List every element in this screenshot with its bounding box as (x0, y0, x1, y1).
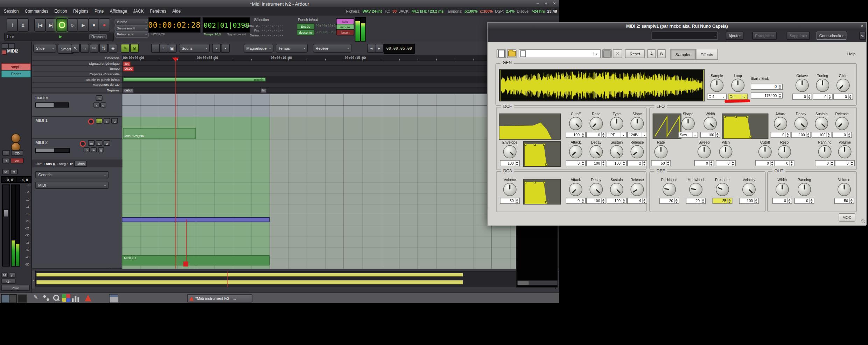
peak-display[interactable]: -4,8 (16, 176, 31, 183)
cutoff-knob[interactable] (569, 117, 582, 130)
volume-spinbox[interactable]: 0 (835, 160, 855, 166)
spin-down-icon[interactable] (622, 201, 626, 203)
range-button[interactable]: ↔ (80, 44, 89, 53)
modwheel-knob[interactable] (689, 183, 702, 196)
glide-knob[interactable] (836, 79, 850, 92)
spin-arrows[interactable] (515, 198, 519, 203)
midi-menu[interactable]: MIDI▾ (35, 182, 108, 189)
spin-down-icon[interactable] (643, 163, 646, 166)
ruler-row-label-signature-rythmique[interactable]: Signature rythmique (32, 61, 122, 66)
envelope-spinbox[interactable]: 100 (500, 160, 520, 166)
spin-arrows[interactable] (848, 94, 853, 99)
release-knob[interactable] (630, 183, 644, 196)
tab-sampler[interactable]: Sampler (670, 49, 695, 60)
release-knob[interactable] (835, 117, 849, 130)
nav-right-button[interactable]: ▸ (375, 44, 384, 53)
volume-knob[interactable] (838, 183, 851, 196)
channels-button[interactable]: Chns (74, 160, 87, 166)
track-name[interactable]: master (35, 95, 48, 100)
panning-spinbox[interactable]: 0 (815, 160, 835, 166)
spin-down-icon[interactable] (828, 97, 832, 99)
primary-clock-mode[interactable]: INT/JACK (150, 33, 165, 36)
pitch-knob[interactable] (719, 145, 733, 158)
window-icon[interactable] (109, 294, 119, 303)
sustain-spinbox[interactable]: 100 (812, 132, 832, 138)
ardour-titlebar[interactable]: *Midi instrument lv2 - Ardour – + × (0, 0, 559, 7)
spin-down-icon[interactable] (675, 201, 679, 203)
spin-up-icon[interactable] (806, 132, 810, 135)
sweep-spinbox[interactable]: 0 (694, 160, 714, 166)
terminal-icon[interactable] (18, 294, 27, 303)
loop-knob[interactable] (731, 79, 744, 92)
spin-arrows[interactable] (847, 132, 852, 137)
audition-indicator-button[interactable]: écoute (336, 24, 354, 30)
spin-down-icon[interactable] (850, 163, 854, 166)
click-button[interactable]: ! (7, 18, 18, 32)
spin-arrows[interactable] (806, 132, 811, 137)
goto-end-button[interactable]: ▶| (46, 18, 57, 32)
spin-arrows[interactable] (778, 84, 782, 89)
spin-down-icon[interactable] (710, 163, 714, 166)
spin-arrows[interactable] (778, 93, 782, 98)
maximize-button[interactable]: + (543, 1, 549, 6)
octave-spinbox[interactable]: 0 (792, 94, 812, 99)
midi1-track-header[interactable]: MIDI 1 m s g (31, 117, 122, 139)
dcf-envelope-display[interactable] (523, 141, 561, 167)
spin-up-icon[interactable] (849, 94, 853, 97)
processor-fader[interactable]: Fader (1, 70, 31, 78)
gain-fader[interactable] (2, 185, 10, 267)
strip-track-name[interactable]: MIDI2 (7, 49, 19, 54)
release-spinbox[interactable]: 0 (832, 132, 852, 138)
spin-arrows[interactable] (770, 161, 775, 166)
spin-down-icon[interactable] (515, 201, 519, 203)
attack-knob[interactable] (774, 117, 787, 130)
sweep-knob[interactable] (698, 145, 711, 158)
sample-knob[interactable] (710, 79, 723, 92)
playhead-head[interactable] (172, 57, 179, 61)
menu-commandes[interactable]: Commandes (25, 9, 48, 14)
workspace-pager-icon[interactable] (1, 294, 16, 303)
volume-spinbox[interactable]: 50 (500, 198, 520, 204)
primary-clock[interactable]: 00:00:02:28 (148, 17, 201, 33)
play-selection-button[interactable]: ▷ (67, 18, 78, 32)
zoom-in-button[interactable]: + (160, 44, 168, 53)
decay-knob[interactable] (794, 117, 808, 130)
auto-return-selector[interactable]: Retour auto▾ (114, 31, 149, 38)
spin-up-icon[interactable] (666, 161, 670, 163)
reso-knob[interactable] (778, 145, 791, 158)
sample-end-spinbox[interactable]: 176400 (751, 92, 783, 98)
ruler-row-label-boucle-et-punch-in-out[interactable]: Boucle et punch-in/out (32, 77, 122, 82)
strip-mini-button[interactable] (8, 43, 15, 49)
spin-up-icon[interactable] (830, 161, 834, 163)
panning-knob[interactable] (818, 145, 832, 158)
spin-down-icon[interactable] (581, 135, 585, 137)
record-enable-button[interactable]: R (2, 158, 9, 164)
goto-start-button[interactable]: |◀ (34, 18, 46, 32)
spin-up-icon[interactable] (827, 132, 831, 135)
play-button[interactable]: ▶ (77, 18, 89, 32)
grab-button[interactable]: ↖ (71, 44, 79, 53)
comments-button[interactable]: Cmt (1, 285, 30, 291)
pressure-spinbox[interactable]: 25 (713, 198, 733, 204)
spin-down-icon[interactable] (808, 97, 812, 99)
pressure-knob[interactable] (716, 183, 729, 196)
midi1-region[interactable]: MIDI 1-7@39 (123, 128, 196, 139)
controller-menu[interactable]: Generic▾ (35, 171, 108, 179)
velocity-knob[interactable] (742, 183, 756, 196)
midi-panic-button[interactable]: Δ (17, 18, 29, 32)
type-knob[interactable] (610, 117, 623, 130)
spin-arrows[interactable] (515, 161, 519, 166)
midi2-solo-button[interactable]: s (96, 140, 103, 146)
end-marker[interactable]: fin (260, 88, 267, 93)
play-channel-value[interactable]: Tous ç (44, 161, 55, 165)
grid-unit-selector[interactable]: Temps▾ (276, 44, 308, 53)
follow-playhead-button[interactable]: ▪ (221, 44, 230, 53)
metering-button[interactable]: M (1, 272, 8, 277)
spin-up-icon[interactable] (675, 198, 679, 201)
decay-spinbox[interactable]: 100 (586, 198, 606, 204)
spin-down-icon[interactable] (701, 201, 705, 203)
midi2-group-button[interactable]: g (104, 140, 110, 146)
spin-up-icon[interactable] (515, 161, 519, 163)
marker-selector[interactable]: Repère▾ (313, 44, 352, 53)
help-button[interactable]: Help (842, 49, 861, 58)
